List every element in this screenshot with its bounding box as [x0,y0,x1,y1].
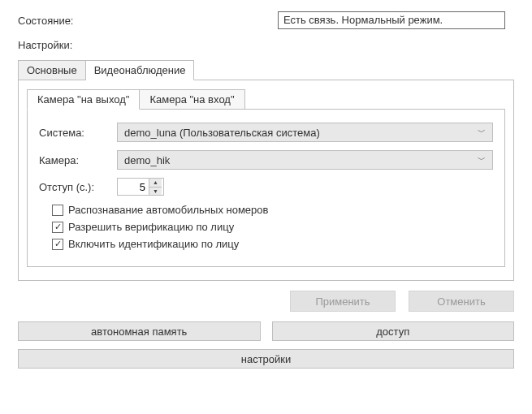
spinner-up-icon[interactable]: ▲ [149,179,162,188]
camera-exit-panel: Система: demo_luna (Пользовательская сис… [27,109,505,267]
apply-button[interactable]: Применить [290,291,396,312]
access-button[interactable]: доступ [272,321,515,341]
checkbox-verify-face[interactable]: ✓ [52,222,63,233]
camera-select-value: demo_hik [124,154,170,166]
camera-select[interactable]: demo_hik ﹀ [117,150,493,170]
camera-label: Камера: [39,154,117,166]
settings-title: Настройки: [18,39,514,51]
inner-tabstrip: Камера "на выход" Камера "на вход" [27,88,505,109]
system-select-value: demo_luna (Пользовательская система) [124,127,320,139]
cancel-button[interactable]: Отменить [409,291,514,312]
tab-camera-entry[interactable]: Камера "на вход" [140,89,244,110]
video-panel: Камера "на выход" Камера "на вход" Систе… [18,80,514,281]
tab-video[interactable]: Видеонаблюдение [86,60,195,80]
autonomous-memory-button[interactable]: автономная память [18,321,261,341]
system-label: Система: [39,127,117,139]
chevron-down-icon: ﹀ [478,154,486,166]
chevron-down-icon: ﹀ [478,127,486,138]
outer-tabstrip: Основные Видеонаблюдение [18,59,514,80]
state-value: Есть связь. Нормальный режим. [278,11,505,29]
label-identify-face: Включить идентификацию по лицу [68,238,239,250]
offset-label: Отступ (с.): [39,181,117,193]
spinner-down-icon[interactable]: ▼ [149,188,162,196]
offset-input[interactable] [118,179,149,195]
checkbox-plates[interactable] [52,205,63,216]
label-verify-face: Разрешить верификацию по лицу [68,221,234,233]
offset-spinner[interactable]: ▲ ▼ [117,178,164,196]
state-label: Состояние: [18,15,278,27]
tab-camera-exit[interactable]: Камера "на выход" [27,89,140,110]
system-select[interactable]: demo_luna (Пользовательская система) ﹀ [117,123,493,142]
checkbox-identify-face[interactable]: ✓ [52,239,63,250]
settings-button[interactable]: настройки [18,349,514,369]
tab-basic[interactable]: Основные [18,60,86,80]
label-plates: Распознавание автомобильных номеров [68,204,268,216]
